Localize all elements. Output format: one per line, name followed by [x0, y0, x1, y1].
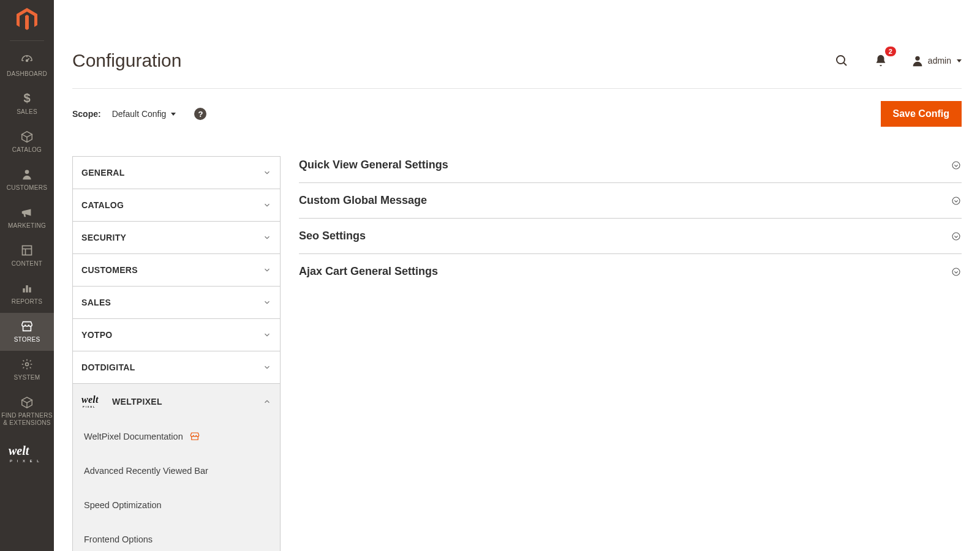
nav-label: DASHBOARD — [7, 70, 47, 78]
nav-item-content[interactable]: CONTENT — [0, 237, 54, 275]
scope-help[interactable]: ? — [194, 108, 206, 120]
layout-icon — [20, 243, 34, 258]
expand-icon — [951, 266, 962, 277]
bars-icon — [20, 281, 34, 296]
header-tools: 2 admin — [832, 51, 962, 70]
section-title: Seo Settings — [299, 230, 366, 242]
nav-label: MARKETING — [8, 222, 46, 230]
config-sub-item-recently-viewed[interactable]: Advanced Recently Viewed Bar — [73, 454, 280, 488]
nav-item-weltpixel[interactable]: welt P I X E L — [0, 438, 54, 472]
notifications-button[interactable]: 2 — [872, 51, 890, 70]
config-group-security: SECURITY — [72, 221, 281, 253]
chevron-down-icon — [263, 266, 271, 274]
chevron-down-icon — [263, 331, 271, 339]
config-group-header[interactable]: DOTDIGITAL — [73, 351, 280, 383]
nav-item-marketing[interactable]: MARKETING — [0, 199, 54, 237]
config-group-header[interactable]: SECURITY — [73, 222, 280, 253]
nav-label: REPORTS — [12, 298, 42, 305]
config-group-label: SALES — [81, 298, 111, 307]
chevron-up-icon — [263, 397, 271, 406]
config-sub-label: Advanced Recently Viewed Bar — [84, 466, 208, 476]
config-group-header[interactable]: welt PIXEL WELTPIXEL — [73, 384, 280, 419]
section-ajax-cart[interactable]: Ajax Cart General Settings — [299, 254, 962, 289]
config-group-header[interactable]: YOTPO — [73, 319, 280, 351]
store-small-icon — [189, 432, 200, 441]
nav-item-catalog[interactable]: CATALOG — [0, 123, 54, 161]
nav-item-system[interactable]: SYSTEM — [0, 351, 54, 389]
search-icon — [834, 53, 849, 68]
save-config-button[interactable]: Save Config — [881, 101, 962, 127]
nav-item-partners[interactable]: FIND PARTNERS & EXTENSIONS — [0, 389, 54, 434]
config-sub-item-docs[interactable]: WeltPixel Documentation — [73, 419, 280, 454]
config-group-label: welt PIXEL WELTPIXEL — [81, 395, 162, 408]
megaphone-icon — [20, 205, 34, 220]
config-group-label: YOTPO — [81, 330, 113, 340]
page-header: Configuration 2 admin — [72, 0, 962, 88]
magento-logo[interactable] — [15, 7, 39, 32]
config-sub-item-frontend[interactable]: Frontend Options — [73, 522, 280, 551]
section-seo[interactable]: Seo Settings — [299, 219, 962, 254]
svg-text:$: $ — [23, 92, 30, 105]
config-subgroup: WeltPixel Documentation Advanced Recentl… — [73, 419, 280, 551]
chevron-down-icon — [263, 298, 271, 307]
config-group-header[interactable]: CATALOG — [73, 189, 280, 221]
config-sub-label: Frontend Options — [84, 534, 153, 544]
section-quick-view[interactable]: Quick View General Settings — [299, 156, 962, 183]
account-menu[interactable]: admin — [911, 54, 962, 67]
config-sub-label: Speed Optimization — [84, 500, 162, 510]
expand-icon — [951, 160, 962, 171]
nav-item-reports[interactable]: REPORTS — [0, 275, 54, 313]
config-group-header[interactable]: SALES — [73, 287, 280, 318]
section-title: Ajax Cart General Settings — [299, 265, 438, 278]
section-title: Custom Global Message — [299, 194, 427, 207]
config-group-header[interactable]: CUSTOMERS — [73, 254, 280, 286]
nav-label: CONTENT — [12, 260, 42, 268]
config-group-header[interactable]: GENERAL — [73, 157, 280, 189]
dashboard-icon — [20, 53, 34, 68]
svg-point-7 — [26, 363, 29, 366]
config-sidebar: GENERAL CATALOG SECURITY CUSTOMERS — [72, 156, 281, 551]
svg-rect-3 — [23, 246, 32, 255]
section-global-message[interactable]: Custom Global Message — [299, 183, 962, 219]
svg-point-14 — [952, 162, 960, 169]
config-group-label: DOTDIGITAL — [81, 362, 135, 372]
scope-select[interactable]: Default Config — [112, 109, 176, 119]
config-group-label: GENERAL — [81, 168, 125, 178]
nav-item-sales[interactable]: $ SALES — [0, 85, 54, 123]
chevron-down-icon — [263, 233, 271, 242]
bell-icon — [874, 54, 888, 67]
box-icon — [20, 129, 34, 144]
search-button[interactable] — [832, 51, 851, 70]
nav-label: SYSTEM — [14, 374, 40, 381]
config-sub-item-speed[interactable]: Speed Optimization — [73, 488, 280, 522]
svg-point-15 — [952, 197, 960, 204]
scope-bar: Scope: Default Config ? Save Config — [72, 88, 962, 139]
svg-text:welt: welt — [81, 395, 99, 405]
store-icon — [20, 319, 34, 334]
scope-left: Scope: Default Config ? — [72, 108, 206, 120]
config-sub-label: WeltPixel Documentation — [84, 432, 183, 441]
notification-badge: 2 — [885, 47, 896, 56]
config-group-yotpo: YOTPO — [72, 318, 281, 351]
svg-text:P I X E L: P I X E L — [10, 459, 41, 463]
gear-icon — [20, 357, 34, 372]
weltpixel-small-logo-icon: welt PIXEL — [81, 395, 106, 408]
weltpixel-logo-icon: welt P I X E L — [6, 444, 48, 466]
account-username: admin — [928, 56, 951, 66]
svg-point-11 — [915, 56, 919, 61]
nav-item-customers[interactable]: CUSTOMERS — [0, 161, 54, 199]
svg-rect-5 — [26, 285, 28, 293]
main-panel: Configuration 2 admin Scope: Default Con… — [54, 0, 980, 551]
chevron-down-icon — [171, 113, 176, 116]
chevron-down-icon — [263, 168, 271, 177]
nav-label: CUSTOMERS — [7, 184, 47, 192]
config-group-catalog: CATALOG — [72, 189, 281, 221]
svg-point-10 — [837, 56, 845, 64]
expand-icon — [951, 231, 962, 242]
section-list: Quick View General Settings Custom Globa… — [299, 156, 962, 551]
svg-text:welt: welt — [9, 444, 30, 457]
nav-item-dashboard[interactable]: DASHBOARD — [0, 47, 54, 85]
expand-icon — [951, 195, 962, 206]
nav-item-stores[interactable]: STORES — [0, 313, 54, 351]
chevron-down-icon — [263, 201, 271, 209]
